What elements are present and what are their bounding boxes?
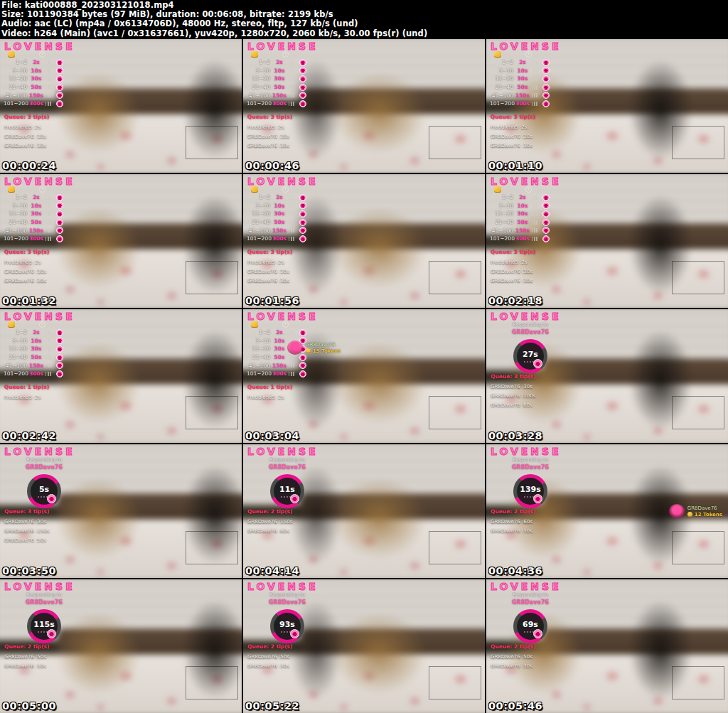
video-thumbnail[interactable]: LOVENSE 1~22s3~1010s11~2030s21~4050s41~1… <box>486 39 728 173</box>
toy-icon <box>299 67 306 74</box>
toy-icon <box>533 359 542 368</box>
vibration-level-icon <box>46 203 52 208</box>
tip-menu-overlay: 1~22s3~1010s11~2030s21~4050s41~100150s10… <box>247 185 315 243</box>
tip-range: 11~20 <box>490 75 513 82</box>
video-thumbnail[interactable]: LOVENSE 1~22s3~1010s11~2030s21~4050s41~1… <box>0 309 242 443</box>
timer-seconds: 69s <box>523 620 538 629</box>
video-thumbnail[interactable]: LOVENSE 1~22s3~1010s11~2030s21~4050s41~1… <box>486 309 728 443</box>
tip-duration: 50s <box>27 84 46 90</box>
tip-duration: 10s <box>513 68 532 74</box>
tip-menu-overlay: 1~22s3~1010s11~2030s21~4050s41~100150s10… <box>247 50 315 108</box>
secondary-cam-inset <box>673 667 724 699</box>
tip-menu-rows: 1~22s3~1010s11~2030s21~4050s41~100150s10… <box>247 193 315 243</box>
tip-range: 1~2 <box>247 329 270 336</box>
video-thumbnail[interactable]: LOVENSE 1~22s3~1010s11~2030s21~4050s41~1… <box>243 579 485 713</box>
tip-menu-rows: 1~22s3~1010s11~2030s21~4050s41~100150s10… <box>4 328 72 378</box>
token-amount: 12 Tokens <box>695 512 722 518</box>
video-thumbnail[interactable]: LOVENSE 1~22s3~1010s11~2030s21~4050s41~1… <box>486 579 728 713</box>
tip-menu-overlay: 1~22s3~1010s11~2030s21~4050s41~100150s10… <box>490 185 558 243</box>
secondary-cam-inset <box>673 397 724 429</box>
video-thumbnail[interactable]: LOVENSE 1~22s3~1010s11~2030s21~4050s41~1… <box>243 174 485 308</box>
secondary-cam-inset <box>186 667 237 699</box>
tip-range: 1~2 <box>4 194 27 200</box>
timer-seconds: 11s <box>279 485 295 494</box>
audio-line: Audio: aac (LC) (mp4a / 0x6134706D), 480… <box>1 19 727 28</box>
tip-duration: 30s <box>270 75 289 82</box>
timestamp-label: 00:02:18 <box>488 295 542 306</box>
tip-duration: 150s <box>513 227 532 234</box>
video-thumbnail[interactable]: LOVENSE 1~22s3~1010s11~2030s21~4050s41~1… <box>0 579 242 713</box>
toy-icon <box>56 370 63 377</box>
tip-menu-row: 11~2030s <box>247 75 315 83</box>
tip-menu-row: 41~100150s <box>4 91 72 100</box>
queue-title: Queue: 2 tip(s) <box>4 643 104 650</box>
tip-sender: GR8Dave76 <box>687 505 722 511</box>
tip-menu-rows: 1~22s3~1010s11~2030s21~4050s41~100150s10… <box>490 193 558 243</box>
video-thumbnail[interactable]: LOVENSE 1~22s3~1010s11~2030s21~4050s41~1… <box>243 309 485 443</box>
tip-range: 3~10 <box>490 203 513 209</box>
tip-duration: 2s <box>270 329 289 336</box>
toy-icon <box>542 202 550 209</box>
tip-queue: Queue: 3 tip(s) Freddieho5 :2sGR8Dave76 … <box>491 249 590 286</box>
toy-icon <box>299 194 306 201</box>
tip-notification: GR8Dave76 12 Tokens <box>669 504 722 518</box>
tip-range: 1~2 <box>247 194 270 200</box>
video-thumbnail[interactable]: LOVENSE 1~22s3~1010s11~2030s21~4050s41~1… <box>0 444 242 578</box>
tip-duration: 2s <box>270 194 289 200</box>
queue-title: Queue: 3 tip(s) <box>491 249 590 255</box>
tip-duration: 2s <box>27 59 46 65</box>
tip-range: 41~100 <box>247 363 270 369</box>
tip-menu-row: 3~1010s <box>247 67 315 75</box>
tip-menu-rows: 1~22s3~1010s11~2030s21~4050s41~100150s10… <box>4 193 72 243</box>
vibration-level-icon <box>46 77 52 81</box>
video-thumbnail[interactable]: LOVENSE 1~22s3~1010s11~2030s21~4050s41~1… <box>486 444 728 578</box>
token-coin-icon <box>687 512 692 517</box>
tip-queue: Queue: 3 tip(s) GR8Dave76 :30sGR8Dave76 … <box>491 373 590 410</box>
video-thumbnail[interactable]: LOVENSE 1~22s3~1010s11~2030s21~4050s41~1… <box>243 39 485 173</box>
tip-menu-header <box>247 320 315 328</box>
video-thumbnail[interactable]: LOVENSE 1~22s3~1010s11~2030s21~4050s41~1… <box>0 174 242 308</box>
tip-menu-row: 3~1010s <box>4 337 72 345</box>
tip-menu-row: 11~2030s <box>247 210 315 218</box>
toy-icon <box>299 329 306 336</box>
vibration-level-icon <box>289 331 295 335</box>
tip-menu-row: 1~22s <box>490 193 558 202</box>
queue-line: GR8Dave76 :30s <box>491 662 590 671</box>
tip-menu-row: 11~2030s <box>490 75 558 83</box>
timestamp-label: 00:01:32 <box>2 295 56 306</box>
toy-icon <box>299 235 306 242</box>
toy-icon <box>290 629 299 638</box>
vibration-level-icon <box>46 355 52 360</box>
coin-icon <box>8 186 15 193</box>
tip-range: 3~10 <box>4 203 27 209</box>
tip-range: 11~20 <box>490 210 513 217</box>
vibration-level-icon <box>46 220 52 225</box>
toy-icon <box>542 84 550 91</box>
tip-menu-row: 1~22s <box>490 58 558 67</box>
video-thumbnail[interactable]: LOVENSE 1~22s3~1010s11~2030s21~4050s41~1… <box>243 444 485 578</box>
tip-queue: Queue: 2 tip(s) GR8Dave76 :50sGR8Dave76 … <box>491 643 590 671</box>
tip-menu-row: 101~200300s <box>490 235 558 243</box>
toy-icon <box>533 629 542 638</box>
toy-icon <box>56 59 63 66</box>
tip-duration: 300s <box>270 100 289 107</box>
queue-line: Freddieho5 :2s <box>491 258 590 267</box>
tip-duration: 10s <box>513 203 532 209</box>
tip-menu-row: 1~22s <box>247 193 315 202</box>
tip-menu-rows: 1~22s3~1010s11~2030s21~4050s41~100150s10… <box>4 58 72 108</box>
toy-icon <box>56 75 63 82</box>
responding-label: Responding to <box>250 592 324 598</box>
queue-line: GR8Dave76 :30s <box>4 132 104 141</box>
video-thumbnail[interactable]: LOVENSE 1~22s3~1010s11~2030s21~4050s41~1… <box>486 174 728 308</box>
tip-range: 41~100 <box>247 227 270 234</box>
vibration-level-icon <box>46 363 52 368</box>
video-thumbnail[interactable]: LOVENSE 1~22s3~1010s11~2030s21~4050s41~1… <box>0 39 242 173</box>
clock-icon <box>39 51 46 58</box>
queue-line: GR8Dave76 :50s <box>247 653 347 662</box>
tip-range: 3~10 <box>247 338 270 344</box>
tip-menu-row: 11~2030s <box>4 345 72 353</box>
vibration-level-icon <box>532 212 538 216</box>
tip-duration: 150s <box>513 92 532 99</box>
queue-line: GR8Dave76 :30s <box>247 267 347 277</box>
tip-duration: 2s <box>513 59 532 65</box>
